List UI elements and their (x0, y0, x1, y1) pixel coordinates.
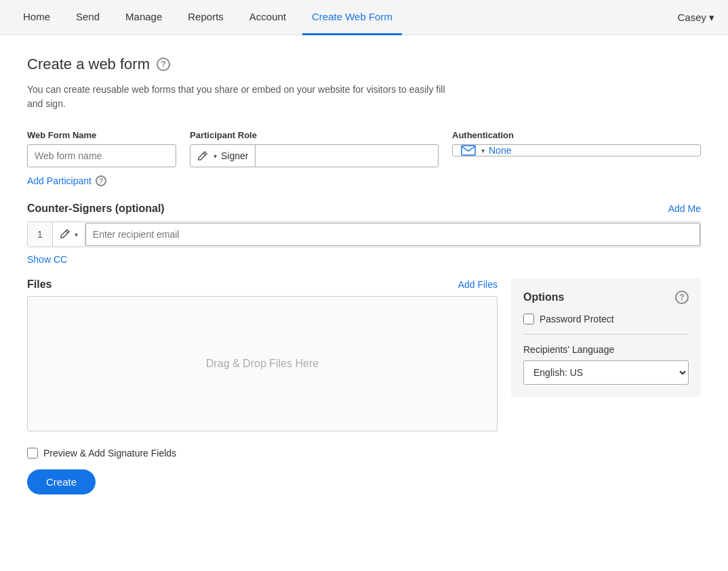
create-button[interactable]: Create (27, 469, 96, 494)
add-participant-row: Add Participant ? (27, 175, 701, 186)
bottom-section: Preview & Add Signature Fields Create (27, 448, 701, 494)
svg-rect-0 (462, 146, 475, 155)
nav-item-manage[interactable]: Manage (116, 0, 171, 35)
nav-item-send[interactable]: Send (66, 0, 109, 35)
files-options-row: Files Add Files Drag & Drop Files Here O… (27, 278, 701, 431)
web-form-name-group: Web Form Name (27, 130, 176, 167)
add-me-link[interactable]: Add Me (668, 203, 701, 214)
language-select[interactable]: English: US English: UK French German Sp… (523, 360, 689, 385)
participant-role-label: Participant Role (190, 130, 439, 140)
drop-zone[interactable]: Drag & Drop Files Here (27, 296, 498, 431)
options-help-icon[interactable]: ? (675, 291, 689, 304)
files-section: Files Add Files Drag & Drop Files Here (27, 278, 498, 431)
nav-item-reports[interactable]: Reports (178, 0, 233, 35)
add-participant-link[interactable]: Add Participant (27, 175, 92, 186)
recipient-email-input[interactable] (85, 223, 700, 246)
preview-row: Preview & Add Signature Fields (27, 448, 701, 459)
nav-item-create-web-form[interactable]: Create Web Form (302, 0, 402, 35)
participant-row: ▾ Signer (190, 144, 439, 167)
preview-checkbox[interactable] (27, 448, 38, 459)
main-content: Create a web form ? You can create reusa… (0, 35, 728, 515)
nav-item-home[interactable]: Home (14, 0, 60, 35)
add-files-link[interactable]: Add Files (458, 279, 498, 290)
form-fields-row: Web Form Name Participant Role ▾ Signer (27, 130, 701, 167)
nav-user-name: Casey (677, 12, 706, 23)
navbar: Home Send Manage Reports Account Create … (0, 0, 728, 35)
auth-chevron: ▾ (481, 147, 485, 154)
authentication-group: Authentication ▾ None (452, 130, 701, 156)
add-participant-help-icon[interactable]: ? (96, 175, 106, 186)
page-title: Create a web form (27, 56, 150, 73)
auth-row: ▾ None (452, 144, 701, 156)
nav-item-account[interactable]: Account (240, 0, 296, 35)
auth-section[interactable]: ▾ None (453, 145, 700, 156)
show-cc-link[interactable]: Show CC (27, 254, 67, 265)
web-form-name-input[interactable] (27, 144, 176, 167)
options-title: Options (523, 291, 564, 303)
authentication-label: Authentication (452, 130, 701, 140)
password-protect-item: Password Protect (523, 314, 689, 324)
recipients-language-label: Recipients' Language (523, 344, 689, 355)
password-protect-checkbox[interactable] (523, 314, 534, 324)
options-panel: Options ? Password Protect Recipients' L… (511, 278, 701, 397)
nav-items: Home Send Manage Reports Account Create … (14, 0, 677, 35)
nav-user-menu[interactable]: Casey ▾ (677, 12, 714, 24)
options-divider (523, 334, 689, 335)
web-form-name-label: Web Form Name (27, 130, 176, 140)
files-title: Files (27, 278, 52, 291)
role-chevron: ▾ (214, 152, 217, 160)
files-header: Files Add Files (27, 278, 498, 291)
participant-role-group: Participant Role ▾ Signer (190, 130, 439, 167)
recipient-number: 1 (28, 222, 53, 247)
drop-zone-text: Drag & Drop Files Here (206, 358, 319, 370)
options-header: Options ? (523, 291, 689, 304)
help-icon[interactable]: ? (157, 58, 170, 71)
pen-icon (197, 150, 208, 161)
page-title-row: Create a web form ? (27, 56, 701, 73)
role-select[interactable]: ▾ Signer (190, 145, 256, 167)
password-protect-label[interactable]: Password Protect (540, 314, 614, 324)
recipient-pen-icon (60, 228, 70, 241)
counter-signers-title: Counter-Signers (optional) (27, 203, 165, 215)
role-text: Signer (221, 145, 248, 167)
nav-user-chevron: ▾ (709, 12, 714, 24)
auth-none-text: None (489, 145, 511, 156)
page-description: You can create reusable web forms that y… (27, 83, 461, 111)
preview-label[interactable]: Preview & Add Signature Fields (43, 448, 176, 459)
counter-signers-header: Counter-Signers (optional) Add Me (27, 203, 701, 215)
recipient-row: 1 ▾ (27, 221, 701, 247)
recipient-role-select[interactable]: ▾ (53, 223, 85, 247)
recipient-role-chevron: ▾ (75, 231, 78, 238)
email-icon (461, 145, 476, 156)
